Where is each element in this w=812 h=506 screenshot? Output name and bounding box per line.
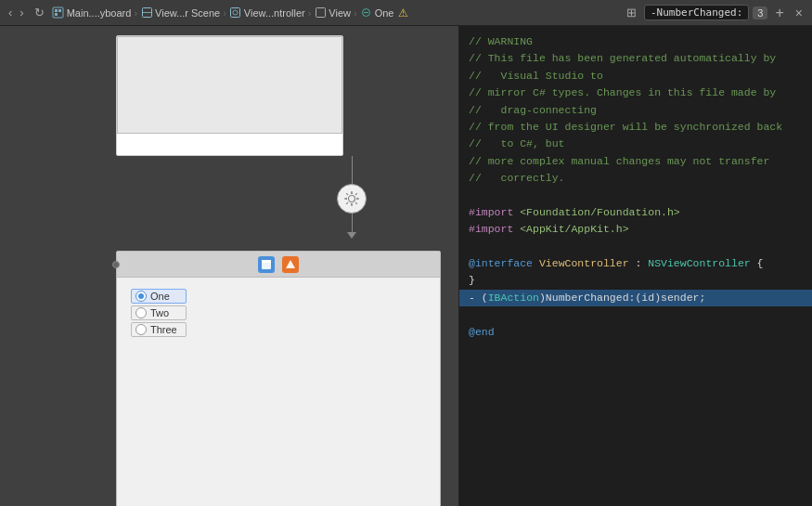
- radio-item-two[interactable]: Two: [131, 305, 187, 320]
- code-line-5: // drag-connecting: [469, 102, 803, 119]
- code-line-blank-1: [469, 188, 803, 204]
- code-line-2: // This file has been generated automati…: [469, 50, 803, 67]
- svg-rect-8: [316, 8, 325, 18]
- view-controller-box: One Two Three: [116, 251, 441, 506]
- canvas-area[interactable]: One Two Three: [0, 26, 458, 506]
- radio-label-two: Two: [150, 307, 169, 318]
- radio-circle-two: [135, 307, 147, 318]
- radio-circle-one: [135, 291, 147, 302]
- view-icon: [314, 6, 327, 19]
- left-panel: One Two Three: [0, 26, 459, 506]
- code-line-import-2: #import <AppKit/AppKit.h>: [469, 221, 803, 238]
- connector-area: [337, 156, 367, 239]
- connector-line-mid: [352, 214, 353, 232]
- connection-dot: [112, 261, 120, 268]
- code-line-blank-3: [469, 306, 803, 323]
- code-line-3: // Visual Studio to: [469, 68, 803, 84]
- warning-icon: ⚠: [398, 6, 408, 19]
- counter-badge: 3: [753, 6, 767, 19]
- code-line-import-1: #import <Foundation/Foundation.h>: [469, 204, 803, 221]
- top-view-box: [116, 35, 343, 156]
- toolbar: ‹ › ↻ Main....yboard › View...r Scene ›: [0, 0, 812, 26]
- svg-rect-0: [53, 7, 63, 18]
- arrow-down-icon: [347, 232, 356, 239]
- nav-arrows: ‹ ›: [6, 6, 27, 19]
- code-line-9: // correctly.: [469, 170, 803, 187]
- code-line-4: // mirror C# types. Changes in this file…: [469, 84, 803, 101]
- code-line-brace: }: [469, 272, 803, 289]
- main-content: One Two Three: [0, 26, 812, 506]
- svg-rect-2: [58, 9, 61, 12]
- storyboard-icon: [52, 6, 65, 19]
- svg-point-11: [349, 196, 355, 202]
- add-button[interactable]: +: [771, 4, 787, 22]
- svg-point-7: [233, 10, 238, 15]
- breadcrumb-view-scene[interactable]: View...r Scene: [155, 7, 220, 19]
- close-button[interactable]: ×: [792, 4, 806, 22]
- refresh-button[interactable]: ↻: [31, 4, 48, 21]
- item-icon: [360, 6, 373, 19]
- breadcrumb-main-storyboard[interactable]: Main....yboard: [67, 7, 132, 19]
- toolbar-right: ⊞ -NumberChanged: 3 + ×: [623, 4, 806, 22]
- code-line-blank-2: [469, 239, 803, 255]
- code-line-7: // to C#, but: [469, 136, 803, 152]
- breadcrumb-view-controller[interactable]: View...ntroller: [244, 7, 305, 19]
- right-panel: // WARNING // This file has been generat…: [459, 26, 812, 506]
- connector-line-top: [352, 156, 353, 184]
- radio-item-one[interactable]: One: [131, 289, 187, 304]
- svg-rect-13: [262, 260, 271, 263]
- radio-label-one: One: [150, 291, 170, 302]
- radio-circle-three: [135, 324, 147, 335]
- grid-view-button[interactable]: ⊞: [623, 4, 640, 21]
- breadcrumb-view[interactable]: View: [329, 7, 351, 19]
- vc-blue-icon: [258, 256, 275, 273]
- code-line-6: // from the UI designer will be synchron…: [469, 119, 803, 136]
- radio-item-three[interactable]: Three: [131, 322, 187, 337]
- method-name-badge: -NumberChanged:: [644, 5, 749, 20]
- svg-rect-3: [55, 13, 58, 16]
- controller-icon: [229, 6, 242, 19]
- gear-icon: [337, 184, 367, 214]
- svg-rect-6: [231, 8, 240, 18]
- code-line-action: - (IBAction)NumberChanged:(id)sender;: [459, 290, 812, 306]
- radio-label-three: Three: [150, 324, 177, 335]
- nav-forward-button[interactable]: ›: [17, 6, 26, 19]
- nav-back-button[interactable]: ‹: [6, 6, 15, 19]
- vc-body: One Two Three: [117, 278, 440, 506]
- breadcrumb: Main....yboard › View...r Scene › View..…: [52, 6, 409, 19]
- scene-icon: [140, 6, 153, 19]
- code-editor[interactable]: // WARNING // This file has been generat…: [459, 26, 812, 506]
- code-line-end: @end: [469, 324, 803, 341]
- breadcrumb-one[interactable]: One: [375, 7, 394, 19]
- code-line-interface: @interface ViewController : NSViewContro…: [469, 255, 803, 272]
- vc-header: [117, 252, 440, 278]
- radio-group: One Two Three: [131, 289, 187, 337]
- code-line-8: // more complex manual changes may not t…: [469, 153, 803, 170]
- vc-orange-icon: [282, 256, 299, 273]
- code-line-1: // WARNING: [469, 33, 803, 50]
- top-view-inner: [117, 36, 342, 134]
- svg-rect-1: [55, 9, 58, 12]
